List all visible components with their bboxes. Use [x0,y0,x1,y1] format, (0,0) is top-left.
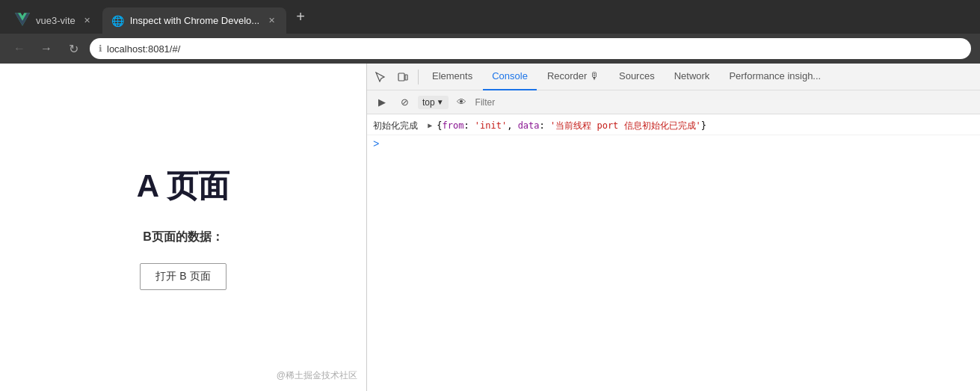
tab-elements[interactable]: Elements [423,64,481,90]
devtools-panel: Elements Console Recorder 🎙 Sources Netw… [366,64,980,391]
filter-input[interactable] [475,97,974,108]
console-prompt[interactable]: > [367,135,980,153]
tab-sources[interactable]: Sources [610,64,664,90]
tab-recorder[interactable]: Recorder 🎙 [538,64,608,90]
tab-network[interactable]: Network [665,64,719,90]
open-b-page-button[interactable]: 打开 B 页面 [140,263,226,290]
tab-inspect[interactable]: 🌐 Inspect with Chrome Develo... ✕ [102,7,286,34]
globe-icon: 🌐 [111,15,124,27]
tab-bar: vue3-vite ✕ 🌐 Inspect with Chrome Develo… [0,0,980,34]
tab-console[interactable]: Console [483,64,537,90]
devtools-tab-bar: Elements Console Recorder 🎙 Sources Netw… [367,64,980,90]
address-text: localhost:8081/#/ [107,43,180,55]
back-button[interactable]: ← [9,38,30,59]
tab-label-inspect: Inspect with Chrome Develo... [130,15,259,26]
inspect-element-icon[interactable] [370,67,391,87]
navigation-bar: ← → ↻ ℹ localhost:8081/#/ [0,34,980,64]
svg-rect-0 [398,73,404,81]
play-icon[interactable]: ▶ [373,93,391,111]
vue-icon [15,13,30,28]
console-entry-text: 初始化完成 [373,120,423,132]
tab-label: vue3-vite [36,15,75,26]
toolbar-separator [418,70,419,84]
tab-vue3-vite[interactable]: vue3-vite ✕ [6,7,102,34]
tab-performance[interactable]: Performance insigh... [720,64,830,90]
reload-button[interactable]: ↻ [63,38,84,59]
tab-close-vue[interactable]: ✕ [81,15,93,27]
svg-rect-1 [405,75,407,80]
block-icon[interactable]: ⊘ [395,93,413,111]
console-content-area: 初始化完成 ▶ {from: 'init', data: '当前线程 port … [367,114,980,391]
context-label: top [422,97,435,108]
main-area: A 页面 B页面的数据： 打开 B 页面 @稀土掘金技术社区 El [0,64,980,391]
eye-icon[interactable]: 👁 [453,93,471,111]
console-secondary-bar: ▶ ⊘ top ▼ 👁 [367,90,980,114]
context-dropdown-arrow: ▼ [437,98,444,106]
page-title: A 页面 [137,165,229,207]
device-toolbar-icon[interactable] [392,67,413,87]
tab-close-inspect[interactable]: ✕ [265,15,277,27]
context-selector[interactable]: top ▼ [418,96,449,109]
expand-arrow-icon[interactable]: ▶ [428,121,432,130]
console-entry-0: 初始化完成 ▶ {from: 'init', data: '当前线程 port … [367,117,980,135]
page-subtitle: B页面的数据： [143,230,224,245]
new-tab-button[interactable]: + [289,6,312,28]
info-icon: ℹ [99,43,102,54]
watermark: @稀土掘金技术社区 [277,369,357,382]
browser-chrome: vue3-vite ✕ 🌐 Inspect with Chrome Develo… [0,0,980,64]
page-content-area: A 页面 B页面的数据： 打开 B 页面 @稀土掘金技术社区 [0,64,366,391]
address-bar[interactable]: ℹ localhost:8081/#/ [90,38,971,59]
forward-button[interactable]: → [36,38,57,59]
